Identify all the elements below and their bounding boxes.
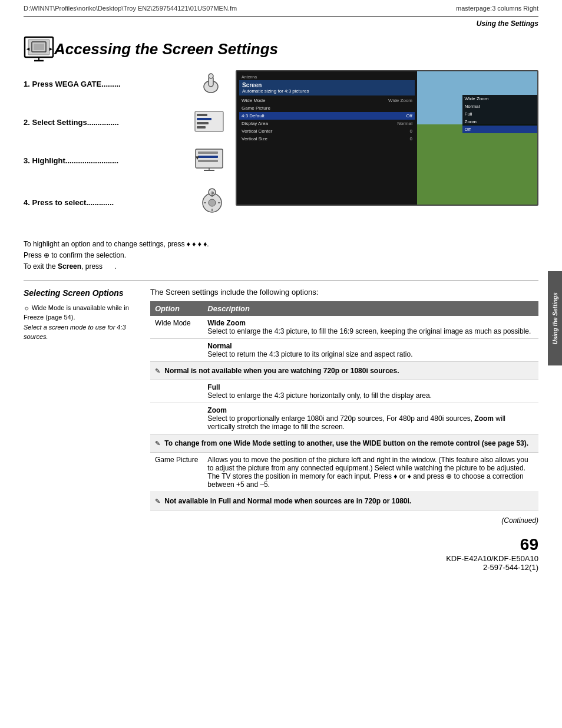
options-intro: The Screen settings include the followin… [150, 288, 538, 297]
model-info: KDF-E42A10/KDF-E50A10 2-597-544-12(1) [446, 554, 538, 572]
submenu-off: Off [462, 126, 538, 133]
svg-text:▼: ▼ [194, 154, 200, 161]
note-text-1: Normal is not available when you are wat… [164, 367, 399, 375]
screen-settings-icon: ◄ ► [24, 34, 54, 64]
menu-row-wide-mode: Wide Mode Wide Zoom [239, 97, 415, 104]
svg-rect-18 [198, 156, 218, 158]
highlight-icon: ▼ [194, 147, 224, 173]
option-value-zoom: Zoom [207, 406, 227, 414]
antenna-label: Antenna [239, 74, 415, 80]
title-area: ◄ ► Accessing the Screen Settings [0, 28, 562, 70]
menu-row-game-picture: Game Picture [239, 104, 415, 112]
option-name-game-picture: Game Picture [150, 452, 203, 492]
section-divider [24, 280, 538, 281]
note-text-2: To change from one Wide Mode setting to … [164, 439, 528, 447]
page-footer: 69 KDF-E42A10/KDF-E50A10 2-597-544-12(1) [24, 529, 538, 584]
settings-menu-icon [194, 111, 224, 132]
sidebar-label-text: Using the Settings [552, 292, 558, 344]
step-1: 1. Press WEGA GATE......... [24, 70, 224, 98]
note-icon-3: ✎ [155, 498, 160, 505]
tip-icon: ☼ [24, 304, 29, 311]
submenu-normal: Normal [462, 103, 538, 110]
model-line-1: KDF-E42A10/KDF-E50A10 [446, 554, 538, 563]
step-1-text: 1. Press WEGA GATE......... [24, 80, 191, 88]
tip-text: Wide Mode is unavailable while in Freeze… [24, 304, 129, 321]
svg-rect-13 [197, 118, 211, 120]
continued-area: (Continued) [24, 510, 538, 529]
option-desc-game-picture: Allows you to move the position of the p… [207, 456, 528, 489]
footer-right: 69 KDF-E42A10/KDF-E50A10 2-597-544-12(1) [446, 535, 538, 572]
options-right-column: The Screen settings include the followin… [150, 288, 538, 510]
col-description: Description [203, 301, 538, 316]
option-value-normal: Normal [207, 342, 232, 350]
step-3-icon: ▼ [194, 147, 224, 174]
model-line-2: 2-597-544-12(1) [446, 563, 538, 572]
page-title: Accessing the Screen Settings [54, 40, 278, 58]
step-2: 2. Select Settings............... [24, 111, 224, 134]
svg-rect-3 [34, 44, 44, 50]
option-desc-wide-zoom: Select to enlarge the 4:3 picture, to fi… [207, 327, 531, 335]
step-2-icon [194, 111, 224, 134]
svg-rect-19 [198, 160, 218, 162]
note-text-3: Not available in Full and Normal mode wh… [164, 497, 411, 505]
tv-menu-overlay: Antenna Screen Automatic sizing for 4:3 … [237, 71, 417, 205]
svg-text:⊕: ⊕ [210, 190, 214, 196]
svg-text:◄: ◄ [25, 46, 31, 52]
menu-title: Screen [242, 82, 412, 88]
table-row-note-game-picture: ✎ Not available in Full and Normal mode … [150, 492, 538, 510]
menu-row-vertical-center: Vertical Center 0 [239, 127, 415, 135]
tip-italic-text: Select a screen mode to use for 4:3 sour… [24, 324, 126, 341]
table-row: Normal Select to return the 4:3 picture … [150, 338, 538, 361]
main-content: 1. Press WEGA GATE......... 2. Select Se… [0, 70, 562, 584]
svg-point-10 [209, 74, 213, 78]
option-desc-zoom: Select to proportionally enlarge 1080i a… [207, 414, 505, 431]
submenu-zoom: Zoom [462, 118, 538, 126]
selecting-screen-heading: Selecting Screen Options [24, 288, 138, 298]
options-layout: Selecting Screen Options ☼ Wide Mode is … [24, 288, 538, 510]
page-header: D:\WINNT\Profiles\noriko\Desktop\Troy EN… [0, 0, 562, 17]
note-icon-1: ✎ [155, 367, 160, 374]
step-3: 3. Highlight......................... ▼ [24, 147, 224, 174]
file-path: D:\WINNT\Profiles\noriko\Desktop\Troy EN… [24, 5, 237, 12]
option-name-wide-mode: Wide Mode [150, 316, 203, 339]
continued-text: (Continued) [24, 516, 538, 525]
step-4-text: 4. Press to select............. [24, 198, 193, 207]
step-4-icon: ⊕ [200, 187, 224, 218]
table-row: Full Select to enlarge the 4:3 picture h… [150, 380, 538, 403]
options-left-column: Selecting Screen Options ☼ Wide Mode is … [24, 288, 138, 510]
section-label-text: Using the Settings [477, 19, 538, 28]
menu-row-vertical-size: Vertical Size 0 [239, 135, 415, 143]
page-number: 69 [446, 535, 538, 554]
right-sidebar-label: Using the Settings [548, 271, 562, 365]
svg-rect-15 [197, 126, 206, 129]
table-row-note-normal: ✎ Normal is not available when you are w… [150, 361, 538, 380]
instruction-text: To highlight an option and to change set… [24, 239, 538, 273]
menu-subtitle: Automatic sizing for 4:3 pictures [242, 88, 412, 94]
tv-screen-mockup: Antenna Screen Automatic sizing for 4:3 … [236, 70, 538, 206]
table-header-row: Option Description [150, 301, 538, 316]
wega-gate-hand-icon [198, 70, 224, 96]
tv-screen-background: Antenna Screen Automatic sizing for 4:3 … [237, 71, 537, 205]
table-row: Zoom Select to proportionally enlarge 10… [150, 403, 538, 434]
step-4: 4. Press to select............. [24, 187, 224, 218]
table-row: Game Picture Allows you to move the posi… [150, 452, 538, 492]
option-value-full: Full [207, 383, 220, 391]
option-desc-full: Select to enlarge the 4:3 picture horizo… [207, 391, 432, 400]
submenu-full: Full [462, 110, 538, 118]
svg-rect-17 [198, 151, 218, 154]
step-3-text: 3. Highlight......................... [24, 156, 187, 165]
option-value-wide-zoom: Wide Zoom [207, 319, 246, 327]
step-2-text: 2. Select Settings............... [24, 118, 187, 127]
svg-rect-14 [197, 122, 209, 124]
menu-row-display-area: Display Area Normal [239, 120, 415, 127]
tip-box: ☼ Wide Mode is unavailable while in Free… [24, 303, 138, 342]
note-icon-2: ✎ [155, 440, 160, 447]
table-row: Wide Mode Wide Zoom Select to enlarge th… [150, 316, 538, 339]
masterpage-label: masterpage:3 columns Right [456, 5, 538, 12]
option-desc-normal: Select to return the 4:3 picture to its … [207, 350, 412, 358]
options-table: Option Description Wide Mode Wide Zoom S… [150, 301, 538, 510]
col-option: Option [150, 301, 203, 316]
menu-header: Screen Automatic sizing for 4:3 pictures [239, 80, 415, 95]
submenu-wide-zoom: Wide Zoom [462, 95, 538, 103]
svg-point-24 [209, 199, 216, 206]
